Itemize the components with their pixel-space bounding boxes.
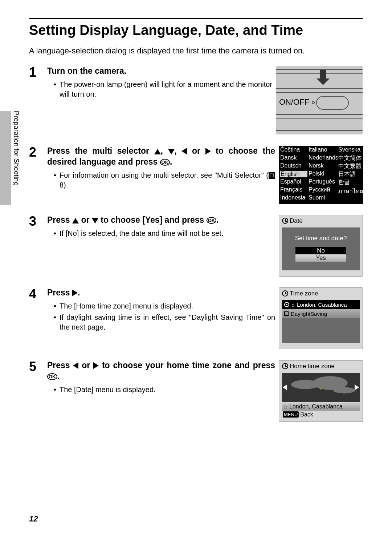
lang-option-selected: English: [279, 170, 308, 178]
screen-title: Date: [290, 217, 303, 225]
step-number-5: 5: [29, 360, 47, 422]
lang-option: Suomi: [308, 194, 338, 202]
lang-option: Svenska: [338, 146, 364, 154]
prompt-text: Set time and date?: [282, 235, 360, 242]
language-list-screen: ČeštinaItalianoSvenska DanskNederlands中文…: [279, 146, 363, 204]
lang-option: Indonesia: [279, 194, 308, 202]
back-label: Back: [300, 411, 313, 418]
clock-icon: [282, 290, 288, 297]
menu-button-icon: MENU: [283, 411, 299, 418]
lang-option: Norsk: [308, 162, 338, 170]
step-number-2: 2: [29, 146, 47, 204]
lang-option: 中文繁體: [338, 162, 364, 170]
right-triangle-icon: [205, 148, 211, 154]
on-off-label: ON/OFF: [279, 97, 309, 107]
step5-title: Press or to choose your home time zone a…: [47, 360, 275, 382]
radio-on-icon: [284, 302, 289, 307]
up-triangle-icon: [154, 149, 161, 154]
down-triangle-icon: [168, 149, 175, 154]
step-number-3: 3: [29, 215, 47, 277]
page-number: 12: [29, 514, 38, 524]
step1-title: Turn on the camera.: [47, 66, 272, 77]
lang-option: Italiano: [308, 146, 338, 154]
world-map: [282, 373, 360, 402]
step-number-1: 1: [29, 66, 47, 135]
home-icon: ⌂: [291, 302, 295, 308]
step2-title: Press the multi selector , , or to choos…: [47, 146, 275, 168]
lang-option: 中文简体: [338, 154, 364, 162]
step1-bullet: The power-on lamp (green) will light for…: [54, 80, 272, 99]
step4-title: Press .: [47, 287, 275, 298]
ok-button-icon: OK: [47, 373, 57, 380]
top-rule: [29, 18, 363, 19]
down-triangle-icon: [92, 218, 98, 223]
step3-bullet: If [No] is selected, the date and time w…: [54, 229, 275, 238]
checkbox-icon: [284, 311, 289, 316]
date-prompt-screen: Date Set time and date? No Yes: [279, 215, 363, 277]
clock-icon: [282, 218, 288, 224]
screen-title: Time zone: [290, 290, 318, 297]
clock-icon: [282, 363, 288, 369]
lang-option: Čeština: [279, 146, 308, 154]
step-number-4: 4: [29, 287, 47, 349]
lang-option: Português: [308, 178, 338, 186]
step2-bullet: For information on using the multi selec…: [54, 170, 275, 190]
timezone-screen: Time zone ⌂London, Casablanca DaylightSa…: [279, 287, 363, 349]
home-icon: ⌂: [284, 403, 287, 410]
option-yes: Yes: [295, 254, 346, 262]
intro-paragraph: A language-selection dialog is displayed…: [29, 45, 363, 57]
right-triangle-icon: [72, 290, 78, 296]
step3-title: Press or to choose [Yes] and press OK.: [47, 215, 275, 226]
lang-option: Русский: [308, 186, 338, 194]
right-triangle-icon: [93, 362, 99, 369]
tz-selected: London, Casablanca: [289, 403, 343, 410]
lang-option: [338, 194, 364, 202]
lang-option: Français: [279, 186, 308, 194]
lang-option: Polski: [308, 170, 338, 178]
power-switch-icon: [316, 96, 349, 110]
page-ref-icon: ☐: [269, 172, 275, 179]
left-triangle-icon: [181, 148, 187, 154]
lang-option: Nederlands: [308, 154, 338, 162]
home-timezone-screen: Home time zone ⌂London, Casablanca MENUB…: [279, 360, 363, 422]
lang-option: ภาษาไทย: [338, 186, 364, 194]
down-arrow-icon: [320, 70, 326, 78]
page-title: Setting Display Language, Date, and Time: [29, 23, 363, 38]
tz-option: London, Casablanca: [297, 302, 347, 308]
option-no: No: [295, 247, 346, 254]
left-triangle-icon: [73, 362, 78, 369]
step5-bullet: The [Date] menu is displayed.: [54, 385, 275, 395]
ok-button-icon: OK: [160, 159, 170, 166]
lang-option: 한글: [338, 178, 364, 186]
up-triangle-icon: [72, 218, 79, 223]
indicator-led-icon: [312, 101, 315, 104]
dst-option: DaylightSaving: [291, 311, 327, 317]
screen-title: Home time zone: [290, 363, 335, 370]
power-switch-illustration: ON/OFF: [276, 66, 363, 135]
lang-option: Dansk: [279, 154, 308, 162]
step4-bullet: The [Home time zone] menu is displayed.: [54, 301, 275, 311]
step4-bullet: If daylight saving time is in effect, se…: [54, 313, 275, 332]
ok-button-icon: OK: [207, 217, 217, 224]
lang-option: Deutsch: [279, 162, 308, 170]
lang-option: 日本語: [338, 170, 364, 178]
lang-option: Español: [279, 178, 308, 186]
